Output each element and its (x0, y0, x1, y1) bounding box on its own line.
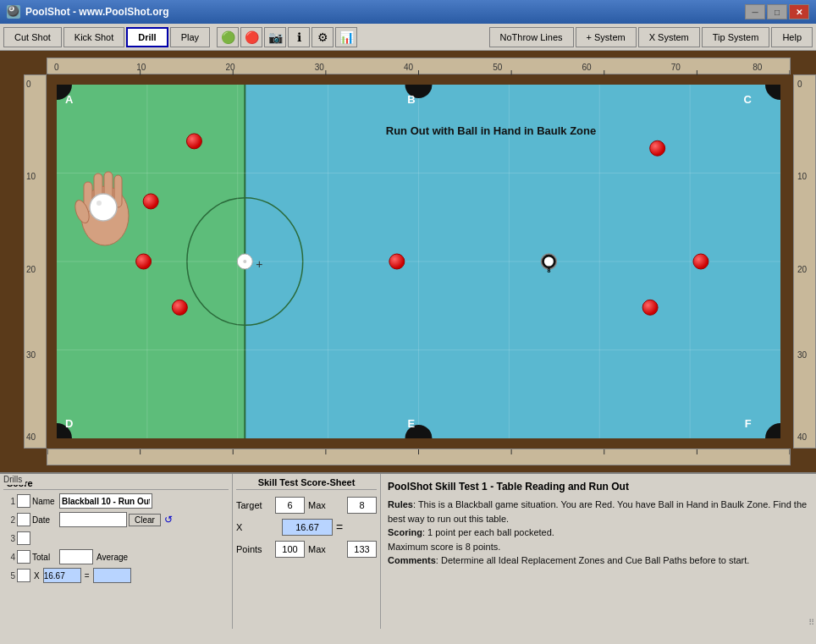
score-checkbox-1[interactable] (17, 494, 30, 508)
skill-x-row: X = (236, 517, 377, 537)
rules-text: : This is a Blackball game situation. Yo… (388, 499, 807, 524)
desc-scoring: Scoring: 1 point per each ball pocketed. (388, 526, 809, 540)
chart-button[interactable]: 📊 (335, 27, 357, 47)
max-input[interactable] (347, 497, 377, 514)
score-row-5: 5 X = (3, 566, 229, 585)
score-num-5: 5 (3, 571, 15, 581)
scoring-text: : 1 point per each ball pocketed. (422, 527, 554, 537)
svg-text:30: 30 (26, 350, 36, 360)
score-checkbox-2[interactable] (17, 513, 30, 526)
scoring-label: Scoring (388, 527, 422, 537)
desc-title: PoolShot Skill Test 1 - Table Reading an… (388, 479, 809, 494)
total-input[interactable] (59, 549, 93, 564)
svg-point-69 (136, 254, 152, 269)
comments-text: : Determine all Ideal Replacement Zones … (436, 555, 750, 565)
target-input[interactable] (275, 497, 305, 514)
svg-text:E: E (408, 417, 416, 430)
app-icon: 🎱 (7, 5, 20, 19)
skill-x-input[interactable] (282, 519, 333, 536)
svg-text:40: 40 (26, 432, 36, 442)
score-checkbox-3[interactable] (17, 531, 30, 545)
ruler-bottom (47, 449, 791, 465)
minimize-button[interactable]: ─ (745, 4, 765, 19)
name-input[interactable] (59, 493, 152, 509)
red-circle-button[interactable]: 🔴 (240, 27, 262, 47)
description-section: PoolShot Skill Test 1 - Table Reading an… (381, 474, 816, 629)
score-row-2: 2 Date Clear ↺ (3, 510, 229, 529)
green-circle-button[interactable]: 🟢 (217, 27, 239, 47)
x-value-input[interactable] (43, 568, 81, 583)
resize-grip[interactable]: ⠿ (808, 618, 814, 627)
svg-text:0: 0 (26, 80, 31, 89)
svg-text:+: + (256, 257, 262, 271)
date-input[interactable] (59, 512, 127, 527)
skill-test-section: Skill Test Score-Sheet Target Max X = Po… (233, 474, 381, 629)
svg-text:A: A (65, 93, 74, 106)
icon-toolbar-group: 🟢 🔴 📷 ℹ ⚙ 📊 (217, 27, 357, 47)
svg-point-73 (650, 140, 665, 156)
svg-point-90 (96, 201, 102, 206)
svg-text:10: 10 (136, 63, 146, 72)
gear-button[interactable]: ⚙ (312, 27, 334, 47)
svg-text:F: F (745, 417, 752, 430)
average-label: Average (96, 553, 128, 562)
pool-table[interactable]: A B C D E F Run Out with Ball in Hand in… (47, 74, 791, 449)
help-button[interactable]: Help (771, 27, 813, 47)
drill-button[interactable]: Drill (126, 27, 168, 47)
score-checkbox-5[interactable] (17, 569, 30, 582)
x-label: X (34, 571, 40, 581)
skill-test-header: Skill Test Score-Sheet (236, 477, 377, 490)
score-checkbox-4[interactable] (17, 550, 30, 564)
result-input[interactable] (93, 568, 131, 583)
svg-point-72 (389, 254, 405, 269)
svg-text:80: 80 (753, 63, 763, 72)
drills-label: Drills (0, 474, 25, 485)
equals-label: = (85, 571, 90, 581)
svg-point-68 (186, 134, 201, 149)
comments-label: Comments (388, 555, 436, 565)
window-title: PoolShot - www.PoolShot.org (25, 6, 169, 18)
svg-text:20: 20 (797, 265, 808, 274)
svg-text:70: 70 (671, 63, 681, 72)
score-num-2: 2 (3, 515, 15, 525)
plus-system-button[interactable]: + System (576, 27, 637, 47)
no-throw-lines-button[interactable]: NoThrow Lines (489, 27, 574, 47)
svg-point-74 (693, 254, 708, 269)
ruler-top: 0 10 20 30 40 50 60 70 80 (47, 58, 791, 74)
max-label: Max (308, 500, 344, 510)
svg-text:30: 30 (315, 63, 325, 72)
svg-text:C: C (743, 93, 752, 106)
svg-point-79 (544, 257, 554, 267)
score-num-3: 3 (3, 534, 15, 543)
points-label: Points (236, 544, 272, 554)
tip-system-button[interactable]: Tip System (702, 27, 770, 47)
svg-text:D: D (65, 417, 73, 430)
titlebar-controls[interactable]: ─ □ ✕ (745, 4, 809, 19)
titlebar-left: 🎱 PoolShot - www.PoolShot.org (7, 5, 169, 19)
svg-text:20: 20 (26, 265, 36, 274)
bottom-panel: Drills Score 1 Name 2 Date Clear ↺ 3 (0, 472, 816, 629)
skill-points-row: Points Max (236, 539, 377, 559)
svg-text:40: 40 (404, 63, 414, 72)
score-num-4: 4 (3, 553, 15, 562)
info-button[interactable]: ℹ (288, 27, 310, 47)
clear-button[interactable]: Clear (129, 514, 161, 526)
svg-text:30: 30 (797, 350, 808, 360)
svg-text:B: B (407, 93, 415, 106)
x-system-button[interactable]: X System (638, 27, 700, 47)
date-label: Date (32, 515, 58, 525)
svg-text:20: 20 (225, 63, 235, 72)
svg-text:0: 0 (54, 63, 59, 72)
toolbar: Cut Shot Kick Shot Drill Play 🟢 🔴 📷 ℹ ⚙ … (0, 24, 816, 51)
cut-shot-button[interactable]: Cut Shot (3, 27, 62, 47)
points-input[interactable] (275, 541, 305, 558)
play-button[interactable]: Play (170, 27, 210, 47)
svg-point-71 (172, 300, 187, 315)
score-section: Score 1 Name 2 Date Clear ↺ 3 (0, 474, 233, 629)
camera-button[interactable]: 📷 (264, 27, 286, 47)
close-button[interactable]: ✕ (789, 4, 809, 19)
kick-shot-button[interactable]: Kick Shot (63, 27, 124, 47)
maximize-button[interactable]: □ (767, 4, 787, 19)
points-max-input[interactable] (347, 541, 377, 558)
points-max-label: Max (308, 544, 344, 554)
